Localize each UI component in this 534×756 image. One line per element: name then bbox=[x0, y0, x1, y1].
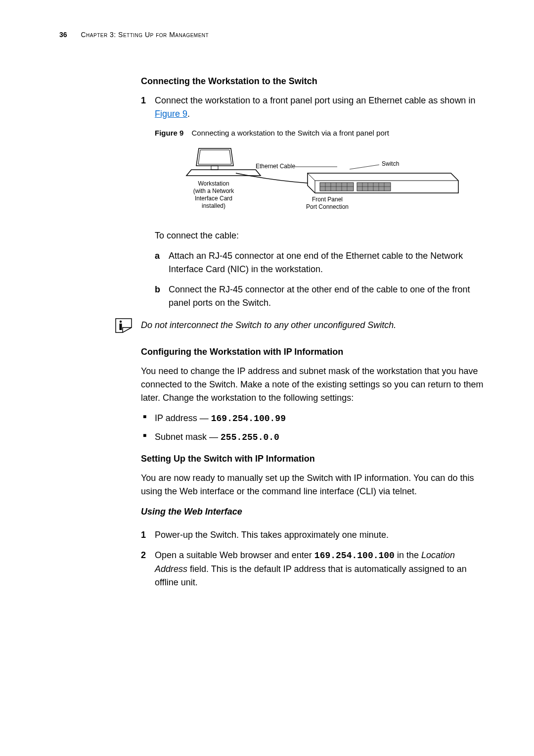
svg-rect-8 bbox=[320, 183, 354, 191]
step-text: Connect the workstation to a front panel… bbox=[155, 95, 475, 119]
front-panel-label: Front Panel bbox=[312, 196, 342, 203]
figure-link[interactable]: Figure 9 bbox=[155, 109, 187, 119]
ethernet-cable bbox=[236, 173, 308, 183]
chapter-label: Chapter 3: Setting Up for Management bbox=[81, 31, 209, 39]
sub-step-text: Attach an RJ-45 connector at one end of … bbox=[169, 251, 463, 274]
section-heading-configuring: Configuring the Workstation with IP Info… bbox=[141, 345, 490, 359]
connect-intro: To connect the cable: bbox=[155, 229, 490, 242]
port-connection-label: Port Connection bbox=[306, 203, 348, 210]
subnet-mask-item: Subnet mask — 255.255.0.0 bbox=[141, 430, 490, 444]
workstation-label: Workstation bbox=[198, 180, 229, 187]
step-1: 1 Connect the workstation to a front pan… bbox=[141, 94, 490, 310]
sub-step-letter: a bbox=[155, 249, 160, 263]
sub-step-b: b Connect the RJ-45 connector at the oth… bbox=[155, 283, 490, 310]
workstation-sub3: installed) bbox=[201, 202, 225, 209]
step-number: 1 bbox=[141, 94, 146, 107]
svg-line-1 bbox=[186, 170, 191, 176]
section-heading-setting-up: Setting Up the Switch with IP Informatio… bbox=[141, 452, 490, 466]
config-para: You need to change the IP address and su… bbox=[141, 365, 490, 405]
svg-line-2 bbox=[256, 170, 261, 176]
switch-label: Switch bbox=[382, 160, 399, 167]
sub-step-letter: b bbox=[155, 283, 160, 296]
figure-caption: Figure 9 Connecting a workstation to the… bbox=[155, 128, 490, 139]
web-step-1: 1 Power-up the Switch. This takes approx… bbox=[141, 528, 490, 542]
ip-settings-list: IP address — 169.254.100.99 Subnet mask … bbox=[141, 412, 490, 444]
ip-address-value: 169.254.100.99 bbox=[211, 414, 286, 424]
switch-icon bbox=[308, 173, 458, 193]
connection-diagram: Ethernet Cable Switch bbox=[184, 146, 461, 220]
figure-label: Figure 9 bbox=[155, 129, 183, 137]
info-icon bbox=[111, 317, 136, 336]
workstation-icon bbox=[186, 148, 261, 176]
step-number: 1 bbox=[141, 528, 146, 542]
subnet-mask-value: 255.255.0.0 bbox=[221, 432, 279, 442]
svg-rect-0 bbox=[211, 166, 218, 170]
default-ip-value: 169.254.100.100 bbox=[314, 551, 395, 561]
svg-point-22 bbox=[120, 320, 122, 322]
page-number: 36 bbox=[59, 31, 67, 39]
workstation-sub1: (with a Network bbox=[193, 188, 234, 194]
info-note: Do not interconnect the Switch to any ot… bbox=[111, 317, 490, 336]
main-content: Connecting the Workstation to the Switch… bbox=[141, 75, 490, 589]
workstation-sub2: Interface Card bbox=[194, 195, 232, 202]
sub-step-text: Connect the RJ-45 connector at the other… bbox=[169, 284, 470, 308]
svg-rect-23 bbox=[120, 324, 122, 330]
sub-step-a: a Attach an RJ-45 connector at one end o… bbox=[155, 249, 490, 276]
web-step-2: 2 Open a suitable Web browser and enter … bbox=[141, 549, 490, 589]
page-header: 36 Chapter 3: Setting Up for Management bbox=[59, 30, 490, 40]
step-text: Open a suitable Web browser and enter 16… bbox=[155, 550, 467, 587]
web-step-list: 1 Power-up the Switch. This takes approx… bbox=[141, 528, 490, 589]
subsection-heading-web-interface: Using the Web Interface bbox=[141, 505, 490, 519]
ethernet-cable-label: Ethernet Cable bbox=[256, 163, 295, 170]
section-heading-connecting: Connecting the Workstation to the Switch bbox=[141, 75, 490, 88]
svg-rect-15 bbox=[357, 183, 391, 191]
figure-caption-text: Connecting a workstation to the Switch v… bbox=[192, 129, 389, 137]
step-text: Power-up the Switch. This takes approxim… bbox=[155, 530, 389, 540]
setup-para: You are now ready to manually set up the… bbox=[141, 472, 490, 498]
note-text: Do not interconnect the Switch to any ot… bbox=[141, 317, 396, 332]
step-number: 2 bbox=[141, 549, 146, 562]
ip-address-item: IP address — 169.254.100.99 bbox=[141, 412, 490, 425]
svg-line-4 bbox=[350, 165, 379, 169]
sub-step-list: a Attach an RJ-45 connector at one end o… bbox=[155, 249, 490, 310]
step-list: 1 Connect the workstation to a front pan… bbox=[141, 94, 490, 310]
